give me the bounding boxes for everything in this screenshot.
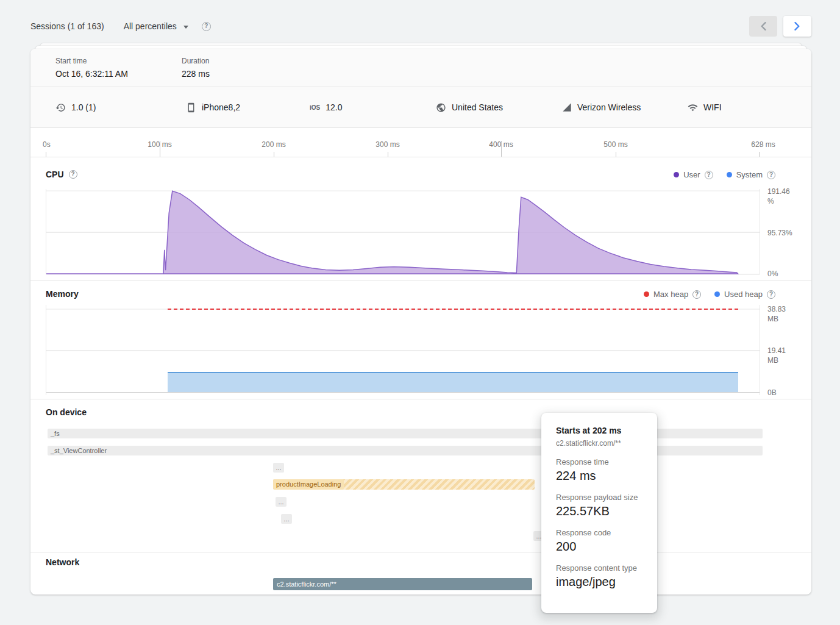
cpu-y-label-mid: 95.73%	[767, 228, 792, 238]
start-time-label: Start time	[55, 57, 182, 65]
memory-legend-max-heap: Max heap ?	[644, 290, 701, 299]
cpu-legend: User ? System ?	[674, 170, 775, 179]
used-heap-band	[168, 372, 738, 392]
session-pager	[749, 16, 811, 37]
cpu-chart-plot[interactable]	[46, 189, 760, 274]
used-heap-help-icon[interactable]: ?	[767, 290, 775, 299]
on-device-section: On device _fs _st_ViewController ... pro…	[30, 399, 811, 552]
cpu-legend-user: User ?	[674, 170, 713, 179]
memory-chart-plot[interactable]	[46, 305, 760, 395]
memory-section: Memory Max heap ? Used heap ?	[30, 280, 811, 399]
memory-title-text: Memory	[46, 289, 79, 299]
memory-section-title: Memory	[46, 289, 79, 299]
memory-legend: Max heap ? Used heap ?	[644, 290, 775, 299]
ruler-tick	[501, 141, 502, 157]
system-legend-dot	[727, 172, 732, 177]
radio-item: WIFI	[688, 87, 722, 127]
cell-signal-icon	[562, 102, 572, 112]
system-help-icon[interactable]: ?	[767, 171, 775, 179]
trace-bar-collapsed[interactable]: ...	[281, 514, 292, 524]
os-version-item: iOS 12.0	[310, 87, 342, 127]
tooltip-field-label: Response time	[556, 457, 642, 466]
session-summary-row: Start time Oct 16, 6:32:11 AM Duration 2…	[30, 49, 811, 87]
ruler-tick-label: 628 ms	[744, 140, 783, 149]
ruler-tick-label: 200 ms	[254, 140, 293, 149]
tooltip-field-label: Response payload size	[556, 493, 642, 502]
duration-label: Duration	[182, 57, 308, 65]
history-icon	[55, 102, 66, 113]
user-help-icon[interactable]: ?	[705, 171, 713, 179]
cpu-y-label-max: 191.46 %	[767, 187, 790, 206]
cpu-help-icon[interactable]: ?	[69, 170, 77, 179]
max-heap-line	[168, 309, 738, 310]
ruler-tick-label: 300 ms	[368, 140, 407, 149]
cpu-title-text: CPU	[46, 170, 64, 179]
tooltip-title: Starts at 202 ms	[556, 426, 642, 435]
percentiles-dropdown-label: All percentiles	[124, 21, 177, 31]
tooltip-field-label: Response content type	[556, 563, 642, 573]
tooltip-field-value: 224 ms	[556, 469, 642, 483]
tooltip-field-response-time: Response time 224 ms	[556, 457, 642, 483]
next-session-button[interactable]	[783, 16, 811, 37]
on-device-title-text: On device	[46, 407, 87, 417]
ruler-tick	[46, 152, 46, 157]
os-version-value: 12.0	[326, 102, 342, 112]
ruler-tick-label: 0s	[43, 140, 51, 149]
cpu-chart-svg	[46, 189, 760, 274]
network-request-bar[interactable]: c2.staticflickr.com/**	[273, 578, 532, 590]
device-model-value: iPhone8,2	[202, 102, 240, 112]
session-card: Start time Oct 16, 6:32:11 AM Duration 2…	[30, 49, 811, 595]
smartphone-icon	[186, 102, 196, 113]
globe-icon	[436, 102, 446, 113]
country-value: United States	[452, 102, 503, 112]
carrier-item: Verizon Wireless	[562, 87, 641, 127]
cpu-section-title: CPU ?	[46, 170, 77, 179]
network-title-text: Network	[46, 557, 79, 567]
tooltip-field-response-code: Response code 200	[556, 528, 642, 554]
ruler-tick-label: 500 ms	[596, 140, 635, 149]
trace-bar-product-image-loading[interactable]: productImageLoading	[273, 479, 535, 490]
cpu-y-label-zero: 0%	[767, 269, 778, 279]
ruler-tick	[274, 152, 274, 157]
ruler-tick	[160, 141, 160, 157]
max-heap-help-icon[interactable]: ?	[692, 290, 701, 299]
tooltip-field-value: image/jpeg	[556, 575, 642, 589]
ruler-tick	[388, 152, 388, 157]
ruler-tick	[759, 152, 760, 157]
memory-y-label-max: 38.83 MB	[767, 304, 786, 324]
max-heap-legend-label: Max heap	[653, 290, 688, 299]
network-section-title: Network	[46, 557, 79, 567]
chevron-right-icon	[794, 22, 800, 30]
cpu-section: CPU ? User ? System ?	[30, 157, 811, 280]
trace-bar-label: productImageLoading	[273, 479, 344, 490]
tooltip-field-value: 225.57KB	[556, 504, 642, 518]
start-time-value: Oct 16, 6:32:11 AM	[55, 69, 182, 79]
memory-y-label-zero: 0B	[767, 388, 777, 398]
user-legend-label: User	[683, 170, 700, 179]
tooltip-url: c2.staticflickr.com/**	[556, 439, 642, 448]
tooltip-field-label: Response code	[556, 528, 642, 537]
cpu-legend-system: System ?	[727, 170, 775, 179]
memory-legend-used-heap: Used heap ?	[714, 290, 775, 299]
system-legend-label: System	[736, 170, 763, 179]
chevron-down-icon	[183, 26, 188, 29]
network-request-tooltip: Starts at 202 ms c2.staticflickr.com/** …	[541, 413, 657, 613]
trace-bar-collapsed[interactable]: ...	[273, 463, 284, 473]
previous-session-button[interactable]	[749, 16, 777, 37]
percentiles-dropdown[interactable]: All percentiles	[124, 21, 188, 31]
user-legend-dot	[674, 172, 679, 177]
sessions-toolbar: Sessions (1 of 163) All percentiles ?	[30, 16, 811, 37]
network-section: Network c2.staticflickr.com/**	[30, 552, 811, 595]
radio-value: WIFI	[703, 102, 722, 112]
on-device-section-title: On device	[46, 407, 87, 417]
tooltip-field-payload-size: Response payload size 225.57KB	[556, 493, 642, 518]
sessions-help-icon[interactable]: ?	[202, 22, 211, 31]
country-item: United States	[436, 87, 503, 127]
carrier-value: Verizon Wireless	[577, 102, 641, 112]
sessions-count-label: Sessions (1 of 163)	[30, 21, 104, 31]
memory-y-label-mid: 19.41 MB	[767, 346, 786, 365]
trace-bar-collapsed[interactable]: ...	[276, 497, 287, 507]
used-heap-legend-dot	[714, 291, 720, 297]
timeline-ruler: 0s 100 ms 200 ms 300 ms 400 ms 500 ms 62…	[30, 128, 811, 157]
tooltip-field-content-type: Response content type image/jpeg	[556, 563, 642, 589]
